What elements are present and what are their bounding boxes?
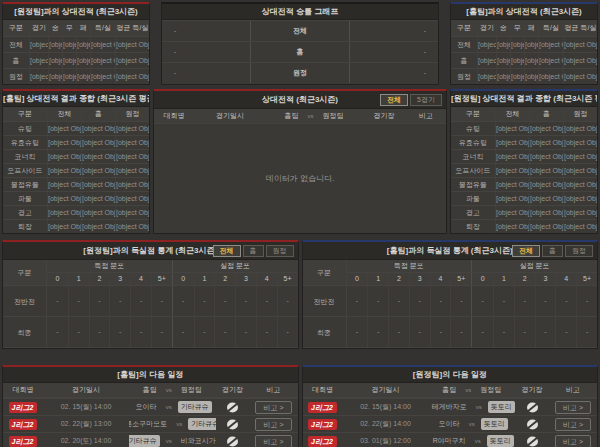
home-team-name: 롯소구마모토 bbox=[129, 418, 170, 430]
note-button[interactable]: 비고 > bbox=[255, 435, 291, 447]
table-header-row: 구분전체홈원정 bbox=[451, 107, 597, 121]
group-header-scored: 득점 분포 bbox=[347, 260, 472, 272]
stat-cell: [object Object] bbox=[538, 53, 563, 68]
note-button[interactable]: 비고 > bbox=[555, 418, 591, 431]
scope-tab-group: 전체 홈 원정 bbox=[512, 245, 593, 257]
col-header: 구분 bbox=[3, 107, 47, 121]
stat-cell: - bbox=[450, 286, 471, 316]
teams-cell: 오이타 vs 돗토리 bbox=[429, 418, 516, 430]
stat-cell: [object Object] bbox=[524, 53, 538, 68]
panel-title: [원정팀]과의 상대전적 (최근3시즌) bbox=[3, 4, 149, 20]
scope-tab[interactable]: 홈 bbox=[243, 245, 264, 257]
note-button[interactable]: 비고 > bbox=[255, 401, 291, 414]
scope-tab[interactable]: 5경기 bbox=[410, 94, 442, 106]
stat-cell: [object Object] bbox=[495, 192, 529, 205]
col-header: 경기 bbox=[29, 20, 48, 36]
winrate-left-value: - bbox=[162, 21, 250, 41]
label-column: 구분 전반전 최종 bbox=[303, 260, 347, 348]
teams-cell: 롯소구마모토 vs 기타큐슈 bbox=[129, 418, 216, 430]
stat-cell: [object Object] bbox=[495, 178, 529, 191]
home-team-name: R야마구치 bbox=[430, 435, 469, 447]
stadium-icon bbox=[226, 435, 239, 447]
corner-header: 구분 bbox=[303, 260, 346, 286]
col-header: 1 bbox=[493, 273, 514, 285]
note-cell: 비고 > bbox=[549, 418, 597, 431]
col-header-league: 대회명 bbox=[3, 385, 43, 395]
col-header: 구분 bbox=[3, 20, 29, 36]
col-header: 승 bbox=[496, 20, 510, 36]
scope-tab[interactable]: 전체 bbox=[380, 94, 408, 106]
scope-tab[interactable]: 전체 bbox=[512, 245, 540, 257]
col-header-datetime: 경기일시 bbox=[343, 385, 429, 395]
stat-cell: - bbox=[151, 317, 172, 347]
conceded-count-headers: 012345+ bbox=[172, 273, 298, 285]
row-label: 볼점유율 bbox=[451, 178, 495, 191]
col-header: 홈 bbox=[529, 107, 563, 121]
scored-cells: ------ bbox=[347, 286, 472, 316]
table-row: 파울 [object Object][object Object][object… bbox=[451, 191, 597, 205]
stat-cell: - bbox=[555, 286, 576, 316]
note-cell: 비고 > bbox=[549, 401, 597, 414]
datetime-cell: 02. 22(월) 13:00 bbox=[43, 419, 129, 429]
stat-cell: - bbox=[277, 286, 298, 316]
panel-title: 상대전적 (최근3시즌) bbox=[262, 95, 338, 104]
stadium-cell bbox=[515, 401, 549, 414]
stat-cell: [object Object] bbox=[29, 37, 48, 52]
row-label: 코너킥 bbox=[3, 150, 47, 163]
note-button[interactable]: 비고 > bbox=[555, 401, 591, 414]
row-label: 전체 bbox=[3, 37, 29, 52]
col-header: 무 bbox=[62, 20, 76, 36]
vs-label: vs bbox=[166, 438, 172, 444]
stat-cell: [object Object] bbox=[563, 192, 597, 205]
scope-tab-group: 전체 홈 원정 bbox=[213, 245, 294, 257]
panel-goals-vs-away: [원정팀]과의 득실점 통계 (최근3시즌) 전체 홈 원정 구분 전반전 최종 bbox=[2, 240, 299, 349]
col-header-datetime: 경기일시 bbox=[43, 385, 129, 395]
col-header: 3 bbox=[109, 273, 130, 285]
stat-cell: [object Object] bbox=[563, 220, 597, 233]
stat-cell: - bbox=[450, 317, 471, 347]
table-row: 경고 [object Object][object Object][object… bbox=[3, 205, 149, 219]
stat-cell: - bbox=[555, 317, 576, 347]
stat-cell: [object Object] bbox=[496, 53, 510, 68]
stat-cell: - bbox=[430, 317, 451, 347]
note-button[interactable]: 비고 > bbox=[555, 435, 591, 447]
note-button[interactable]: 비고 > bbox=[255, 418, 291, 431]
stat-cell: - bbox=[367, 317, 388, 347]
row-schedules: [홈팀]의 다음 일정 대회명 경기일시 홈팀 vs 원정팀 경기장 비고 J리… bbox=[2, 365, 598, 447]
stat-cell: [object Object] bbox=[48, 37, 62, 52]
winrate-left-value: - bbox=[162, 63, 250, 83]
stat-cell: - bbox=[47, 317, 68, 347]
row-label: 오프사이드 bbox=[451, 164, 495, 177]
teams-cell: 테게바자로 vs 돗토리 bbox=[429, 401, 516, 413]
col-header-league: 대회명 bbox=[303, 385, 343, 395]
stat-cell: - bbox=[47, 286, 68, 316]
teams-cell: 오이타 vs 기타큐슈 bbox=[129, 401, 216, 413]
row-label: 전반전 bbox=[3, 286, 46, 317]
table-row: 오프사이드 [object Object][object Object][obj… bbox=[451, 163, 597, 177]
note-cell: 비고 > bbox=[250, 401, 298, 414]
scope-tab[interactable]: 전체 bbox=[213, 245, 241, 257]
col-header: 득/실 bbox=[90, 20, 115, 36]
row-label: 원정 bbox=[451, 69, 477, 84]
panel-summary-away: [원정팀] 상대전적 결과 종합 (최근3시즌 평균) 구분전체홈원정 슈팅 [… bbox=[450, 89, 598, 234]
stat-cell: [object Object] bbox=[47, 206, 81, 219]
stat-cell: - bbox=[409, 317, 430, 347]
stat-cell: [object Object] bbox=[47, 164, 81, 177]
stat-cell: [object Object] bbox=[529, 164, 563, 177]
panel-title-bar: 상대전적 (최근3시즌) 전체 5경기 bbox=[154, 91, 446, 109]
stat-cell: - bbox=[256, 286, 277, 316]
scope-tab[interactable]: 홈 bbox=[542, 245, 563, 257]
league-badge: J리그2 bbox=[308, 419, 337, 430]
col-header: 무 bbox=[510, 20, 524, 36]
panel-title: [원정팀] 상대전적 결과 종합 (최근3시즌 평균) bbox=[451, 91, 597, 107]
winrate-row: - 원정 - bbox=[162, 62, 438, 83]
stat-cell: - bbox=[388, 317, 409, 347]
scope-tab[interactable]: 원정 bbox=[565, 245, 593, 257]
stat-cell: [object Object] bbox=[81, 164, 115, 177]
stat-cell: - bbox=[214, 286, 235, 316]
scope-tab[interactable]: 원정 bbox=[266, 245, 294, 257]
schedule-row: J리그2 02. 22(월) 14:00 오이타 vs 돗토리 비고 > bbox=[303, 415, 598, 432]
stat-cell: - bbox=[576, 317, 597, 347]
panel-title: 상대전적 승률 그래프 bbox=[162, 4, 438, 20]
panel-title-bar: [원정팀]과의 득실점 통계 (최근3시즌) 전체 홈 원정 bbox=[3, 242, 298, 260]
